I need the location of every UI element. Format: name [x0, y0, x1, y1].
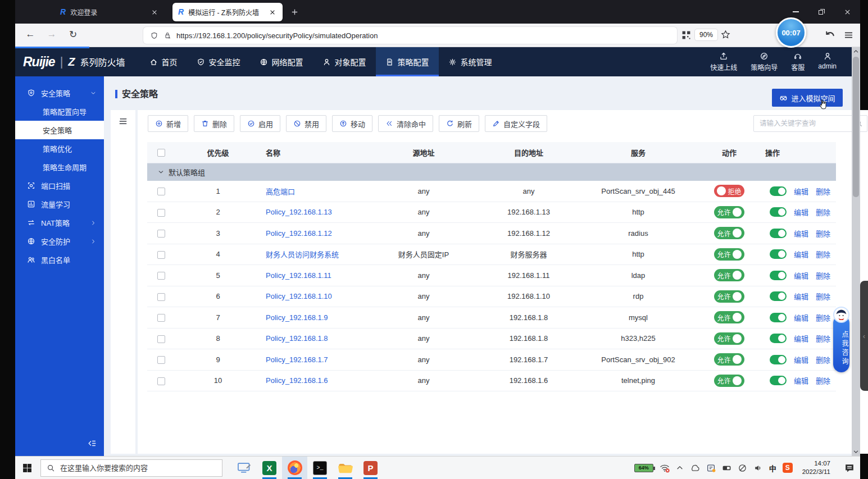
address-bar[interactable]: https://192.168.1.200/policy/securityPol… — [143, 27, 677, 44]
start-button[interactable] — [22, 463, 32, 473]
action-toggle-allow[interactable]: 允许 — [714, 353, 744, 366]
globe-network-icon[interactable] — [738, 463, 747, 473]
edit-link[interactable]: 编辑 — [794, 354, 808, 365]
qr-code-icon[interactable] — [681, 30, 691, 40]
nav-right-item-admin[interactable]: admin — [818, 52, 837, 72]
scrollbar-thumb[interactable] — [853, 57, 859, 197]
enable-switch[interactable] — [770, 313, 787, 322]
sidebar-item-NAT策略[interactable]: NAT策略 — [15, 213, 104, 232]
nav-right-item-快速上线[interactable]: 快速上线 — [710, 52, 737, 72]
edit-link[interactable]: 编辑 — [794, 228, 808, 239]
scroll-down-arrow[interactable] — [852, 448, 860, 456]
delete-link[interactable]: 删除 — [816, 228, 830, 239]
edit-link[interactable]: 编辑 — [794, 207, 808, 217]
policy-name-link[interactable]: Policy_192.168.1.12 — [266, 229, 332, 238]
taskbar-app-touch-keyboard[interactable] — [231, 457, 257, 479]
nav-item-网络配置[interactable]: 网络配置 — [250, 47, 313, 76]
enable-switch[interactable] — [770, 376, 787, 385]
policy-name-link[interactable]: Policy_192.168.1.9 — [266, 313, 328, 322]
wifi-icon[interactable] — [660, 463, 670, 473]
taskbar-search-input[interactable] — [60, 464, 216, 472]
row-checkbox[interactable] — [157, 188, 165, 195]
row-checkbox[interactable] — [157, 272, 165, 280]
policy-name-link[interactable]: Policy_192.168.1.6 — [266, 376, 328, 385]
taskbar-app-firefox[interactable] — [282, 457, 307, 479]
app-notification-icon[interactable] — [706, 463, 716, 473]
window-restore-button[interactable] — [808, 0, 834, 24]
lock-icon[interactable] — [163, 31, 171, 39]
delete-link[interactable]: 删除 — [816, 291, 830, 302]
清除命中-button[interactable]: 清除命中 — [378, 115, 433, 132]
taskbar-app-excel[interactable]: X — [257, 457, 282, 479]
action-toggle-allow[interactable]: 允许 — [714, 206, 744, 218]
delete-link[interactable]: 删除 — [816, 375, 830, 386]
nav-right-item-策略向导[interactable]: 策略向导 — [751, 52, 778, 72]
enable-switch[interactable] — [770, 229, 787, 238]
edit-link[interactable]: 编辑 — [794, 291, 808, 302]
delete-link[interactable]: 删除 — [816, 354, 830, 365]
新增-button[interactable]: 新增 — [148, 115, 188, 132]
nav-item-首页[interactable]: 首页 — [140, 47, 187, 76]
sidebar-item-流量学习[interactable]: 流量学习 — [15, 195, 104, 213]
edit-link[interactable]: 编辑 — [794, 270, 808, 281]
tab-close-icon[interactable] — [150, 8, 159, 16]
screen-edge-handle[interactable]: ‹ — [860, 281, 868, 391]
nav-item-对象配置[interactable]: 对象配置 — [313, 47, 376, 76]
policy-group-row[interactable]: 默认策略组 — [147, 163, 836, 181]
policy-name-link[interactable]: Policy_192.168.1.7 — [266, 355, 328, 364]
taskbar-app-explorer[interactable] — [333, 457, 358, 479]
row-checkbox[interactable] — [157, 356, 165, 364]
edit-link[interactable]: 编辑 — [794, 312, 808, 323]
enter-simulation-button[interactable]: 进入模拟空间 — [772, 89, 843, 107]
启用-button[interactable]: 启用 — [240, 115, 280, 132]
delete-link[interactable]: 删除 — [816, 333, 830, 344]
edit-link[interactable]: 编辑 — [794, 333, 808, 344]
vertical-scrollbar[interactable] — [852, 47, 860, 456]
select-all-checkbox[interactable] — [157, 149, 165, 157]
menu-hamburger-icon[interactable] — [843, 30, 854, 40]
sidebar-item-策略优化[interactable]: 策略优化 — [15, 139, 104, 158]
row-checkbox[interactable] — [157, 230, 165, 238]
policy-name-link[interactable]: 高危端口 — [266, 188, 295, 196]
bookmark-star-icon[interactable] — [721, 30, 730, 39]
sidebar-item-安全防护[interactable]: 安全防护 — [15, 232, 104, 250]
edit-link[interactable]: 编辑 — [794, 186, 808, 197]
policy-name-link[interactable]: Policy_192.168.1.13 — [266, 208, 332, 216]
display-battery-icon[interactable] — [722, 463, 731, 473]
action-toggle-allow[interactable]: 允许 — [714, 227, 744, 239]
row-checkbox[interactable] — [157, 251, 165, 259]
sogou-input-icon[interactable]: S — [783, 463, 793, 473]
edit-link[interactable]: 编辑 — [794, 249, 808, 259]
action-toggle-allow[interactable]: 允许 — [714, 269, 744, 281]
row-checkbox[interactable] — [157, 335, 165, 343]
enable-switch[interactable] — [770, 207, 787, 217]
undo-arrow-icon[interactable] — [824, 29, 835, 40]
zoom-level-badge[interactable]: 90% — [695, 29, 717, 40]
edit-link[interactable]: 编辑 — [794, 375, 808, 386]
policy-name-link[interactable]: Policy_192.168.1.8 — [266, 334, 328, 343]
column-toggle-icon[interactable] — [118, 116, 128, 126]
nav-item-安全监控[interactable]: 安全监控 — [187, 47, 250, 76]
policy-name-link[interactable]: Policy_192.168.1.10 — [266, 292, 332, 300]
nav-item-系统管理[interactable]: 系统管理 — [439, 47, 502, 76]
刷新-button[interactable]: 刷新 — [439, 115, 479, 132]
action-toggle-allow[interactable]: 允许 — [714, 311, 744, 323]
sidebar-item-黑白名单[interactable]: 黑白名单 — [15, 250, 104, 269]
scroll-up-arrow[interactable] — [852, 47, 860, 56]
action-center-icon[interactable] — [844, 463, 855, 473]
browser-tab[interactable]: R模拟运行 - Z系列防火墙 — [172, 3, 283, 21]
battery-icon[interactable]: 64% — [634, 464, 653, 472]
onedrive-cloud-icon[interactable] — [690, 463, 700, 473]
action-toggle-deny[interactable]: 拒绝 — [714, 185, 744, 197]
row-checkbox[interactable] — [157, 377, 165, 385]
reload-button[interactable]: ↻ — [66, 29, 80, 40]
enable-switch[interactable] — [770, 355, 787, 364]
delete-link[interactable]: 删除 — [816, 207, 830, 217]
sidebar-item-安全策略[interactable]: 安全策略 — [15, 84, 104, 102]
action-toggle-allow[interactable]: 允许 — [714, 290, 744, 303]
forward-button[interactable]: → — [44, 29, 59, 40]
back-button[interactable]: ← — [23, 29, 38, 40]
taskbar-app-powerpoint[interactable]: P — [358, 457, 383, 479]
禁用-button[interactable]: 禁用 — [286, 115, 326, 132]
sidebar-collapse-icon[interactable] — [87, 439, 97, 448]
